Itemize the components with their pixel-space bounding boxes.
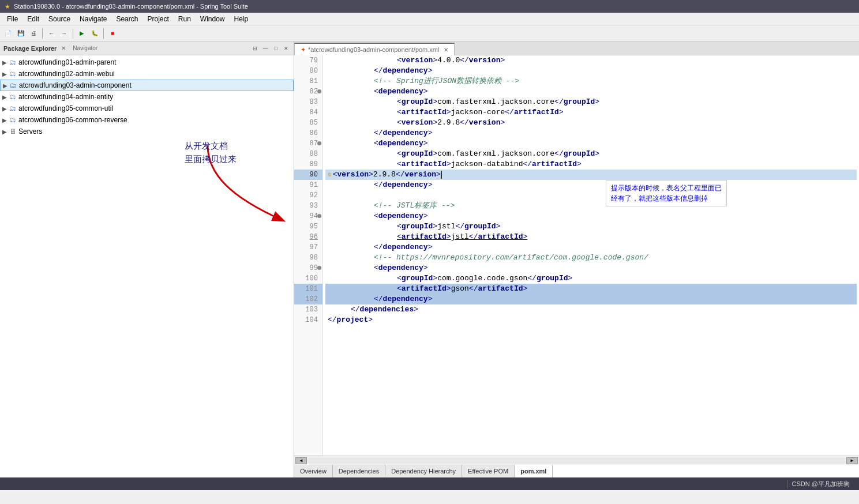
tree-item-project1[interactable]: ▶ 🗂 atcrowdfunding01-admin-parent (0, 57, 294, 68)
bottom-tab-pom-xml[interactable]: pom.xml (515, 465, 553, 477)
tree-item-project5[interactable]: ▶ 🗂 atcrowdfunding05-common-util (0, 103, 294, 114)
panel-header: Package Explorer ✕ Navigator ⊟ — □ ✕ (0, 42, 294, 55)
code-line-85: <version>2.9.8</version> (325, 118, 857, 128)
panel-minimize-btn[interactable]: — (261, 44, 269, 52)
tree-arrow-1: ▶ (2, 59, 8, 66)
linenum-97: 97 (294, 242, 322, 253)
toolbar-sep1 (42, 28, 43, 39)
panel-close-icon[interactable]: ✕ (61, 45, 66, 51)
menu-run[interactable]: Run (174, 14, 196, 24)
linenum-102: 102 (294, 294, 322, 304)
panel-collapse-btn[interactable]: ⊟ (251, 44, 259, 52)
toolbar-back[interactable]: ← (46, 28, 57, 39)
code-line-98: <!-- https://mvnrepository.com/artifact/… (325, 253, 857, 263)
menu-help[interactable]: Help (230, 14, 253, 24)
code-line-90: ⚙ <version>2.9.8</version> (325, 170, 857, 180)
linenum-86: 86 (294, 128, 322, 138)
tree-label-2: atcrowdfunding02-admin-webui (18, 70, 115, 78)
linenum-96: 96 (294, 232, 322, 242)
toolbar-debug[interactable]: 🐛 (89, 28, 100, 39)
code-area[interactable]: <version>4.0.0</version> </dependency> <… (323, 55, 859, 456)
linenum-79: 79 (294, 55, 322, 66)
main-layout: Package Explorer ✕ Navigator ⊟ — □ ✕ ▶ 🗂… (0, 42, 859, 477)
toolbar-sep3 (103, 28, 104, 39)
code-line-91: </dependency> (325, 180, 857, 190)
linenum-98: 98 (294, 253, 322, 263)
linenum-85: 85 (294, 118, 322, 128)
tree-arrow-4: ▶ (2, 94, 8, 100)
editor-panel: ✦ *atcrowdfunding03-admin-component/pom.… (294, 42, 859, 477)
tree-arrow-5: ▶ (2, 106, 8, 112)
code-line-93: <!-- JSTL标签库 --> (325, 201, 857, 211)
linenum-99: 99 (294, 263, 322, 273)
toolbar-print[interactable]: 🖨 (28, 28, 39, 39)
tree-label-7: Servers (18, 127, 42, 136)
tree-item-project4[interactable]: ▶ 🗂 atcrowdfunding04-admin-entity (0, 91, 294, 103)
bottom-tab-effective-pom[interactable]: Effective POM (462, 465, 515, 477)
tree-item-project2[interactable]: ▶ 🗂 atcrowdfunding02-admin-webui (0, 68, 294, 80)
panel-title-nav: Navigator (73, 45, 97, 51)
linenum-82: 82 (294, 86, 322, 97)
tree-arrow-2: ▶ (2, 71, 8, 77)
horizontal-scrollbar[interactable]: ◀ ▶ (294, 456, 859, 465)
tree-label-3: atcrowdfunding03-admin-component (19, 81, 132, 89)
line-numbers: 79 80 81 82 83 84 85 86 87 88 89 90 91 9… (294, 55, 323, 456)
editor-tab-pom[interactable]: ✦ *atcrowdfunding03-admin-component/pom.… (294, 43, 455, 55)
code-line-96: <artifactId>jstl</artifactId> (325, 232, 857, 242)
linenum-103: 103 (294, 304, 322, 315)
code-line-80: </dependency> (325, 66, 857, 76)
menu-edit[interactable]: Edit (22, 14, 44, 24)
code-line-103: </dependencies> (325, 304, 857, 315)
menu-window[interactable]: Window (196, 14, 230, 24)
tree-arrow-3: ▶ (3, 82, 9, 89)
editor-tabs: ✦ *atcrowdfunding03-admin-component/pom.… (294, 42, 859, 55)
menu-source[interactable]: Source (44, 14, 75, 24)
linenum-90: 90 (294, 170, 322, 180)
code-line-99: <dependency> (325, 263, 857, 273)
tree-item-project6[interactable]: ▶ 🗂 atcrowdfunding06-common-reverse (0, 114, 294, 126)
code-line-84: <artifactId>jackson-core</artifactId> (325, 107, 857, 118)
scroll-left-btn[interactable]: ◀ (295, 457, 307, 464)
toolbar-save[interactable]: 💾 (15, 28, 27, 39)
scroll-right-btn[interactable]: ▶ (846, 457, 858, 464)
scrollbar-track[interactable] (308, 458, 845, 464)
project-icon-5: 🗂 (9, 104, 16, 112)
menu-search[interactable]: Search (111, 14, 142, 24)
menu-file[interactable]: File (2, 14, 22, 24)
linenum-88: 88 (294, 149, 322, 159)
project-icon-3: 🗂 (10, 81, 17, 89)
tree-label-6: atcrowdfunding06-common-reverse (18, 116, 127, 124)
menu-navigate[interactable]: Navigate (75, 14, 111, 24)
code-line-82: <dependency> (325, 86, 857, 97)
tab-close-btn[interactable]: ✕ (444, 47, 448, 53)
toolbar-new[interactable]: 📄 (2, 28, 14, 39)
toolbar-stop[interactable]: ■ (107, 28, 118, 39)
code-line-101: <artifactId>gson</artifactId> (325, 284, 857, 294)
toolbar-run[interactable]: ▶ (76, 28, 88, 39)
toolbar: 📄 💾 🖨 ← → ▶ 🐛 ■ (0, 25, 859, 42)
tree-item-project3[interactable]: ▶ 🗂 atcrowdfunding03-admin-component (0, 80, 294, 91)
server-icon: 🖥 (9, 127, 16, 136)
bottom-tab-overview[interactable]: Overview (294, 465, 333, 477)
bottom-tab-dep-hierarchy[interactable]: Dependency Hierarchy (385, 465, 462, 477)
title-icon: ★ (5, 3, 10, 10)
panel-close-btn[interactable]: ✕ (282, 44, 290, 52)
tree-label-4: atcrowdfunding04-admin-entity (18, 93, 113, 101)
toolbar-forward[interactable]: → (58, 28, 70, 39)
code-line-97: </dependency> (325, 242, 857, 253)
project-icon-1: 🗂 (9, 58, 16, 66)
linenum-95: 95 (294, 221, 322, 232)
code-line-88: <groupId>com.fasterxml.jackson.core</gro… (325, 149, 857, 159)
tree-arrow-7: ▶ (2, 129, 8, 135)
linenum-93: 93 (294, 201, 322, 211)
panel-maximize-btn[interactable]: □ (272, 44, 280, 52)
linenum-89: 89 (294, 159, 322, 170)
linenum-81: 81 (294, 76, 322, 86)
menu-project[interactable]: Project (142, 14, 173, 24)
project-icon-6: 🗂 (9, 116, 16, 124)
xml-file-icon: ✦ (301, 46, 306, 54)
tree-item-servers[interactable]: ▶ 🖥 Servers (0, 126, 294, 137)
bottom-tab-dependencies[interactable]: Dependencies (333, 465, 385, 477)
linenum-101: 101 (294, 284, 322, 294)
tab-label: *atcrowdfunding03-admin-component/pom.xm… (308, 46, 439, 53)
